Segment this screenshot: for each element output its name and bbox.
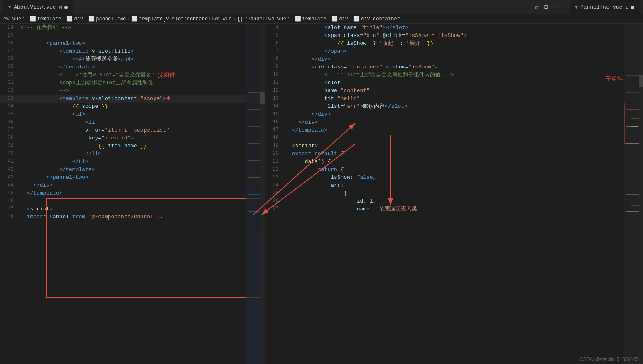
right-line-10: 10 <!--1: slot上绑定自定义属性和子组件内的值 -->: [265, 71, 643, 79]
right-line-26: 26 id: 1,: [265, 197, 643, 205]
right-line-7: 7 </span>: [265, 47, 643, 55]
tab-right-modified: [631, 6, 634, 9]
tab-left-modified: [64, 6, 68, 9]
vue-icon-right: ▼: [575, 5, 578, 10]
right-line-11: 11 <slot: [265, 79, 643, 87]
scrollbar-right[interactable]: [639, 24, 643, 364]
right-line-18: 18: [265, 134, 643, 142]
line-25: 25: [0, 32, 265, 39]
scrollbar-thumb-left[interactable]: [260, 92, 265, 104]
right-line-25: 25 {: [265, 189, 643, 197]
line-24: 24 <!-- 作为按钮 -->: [0, 24, 265, 32]
code-area-left[interactable]: 24 <!-- 作为按钮 --> 25 26 <pannel-two> 27 <…: [0, 24, 265, 364]
right-line-22: 22 return {: [265, 166, 643, 173]
right-line-20: 20 export default {: [265, 150, 643, 158]
breadcrumb-item-file: ew.vue": [3, 16, 24, 22]
line-32: 32 -->: [0, 87, 265, 95]
line-43: 43 </pannel-two>: [0, 173, 265, 181]
right-line-23: 23 isShow: false,: [265, 173, 643, 181]
tab-pannel-two[interactable]: ▼ PannelTwo.vue U: [570, 0, 640, 15]
line-30: 30 <!-- 2:使用v-slot="自定义变量名": [0, 71, 265, 79]
right-line-4: 4 <slot name="title"></slot>: [265, 24, 643, 32]
tab-right-badge: U: [626, 5, 628, 10]
editor-container: 24 <!-- 作为按钮 --> 25 26 <pannel-two> 27 <…: [0, 24, 643, 364]
action-source-control[interactable]: ⇄: [535, 3, 538, 11]
right-line-5: 5 <span class="btn" @click="isShow = !is…: [265, 32, 643, 39]
tab-left-name: AboutView.vue: [14, 4, 56, 10]
line-40: 40 </li>: [0, 150, 265, 158]
line-35: 35 <ul>: [0, 110, 265, 118]
tab-left-badge: M: [59, 5, 62, 10]
line-44: 44 </div>: [0, 181, 265, 189]
scrollbar-left[interactable]: [260, 24, 265, 364]
right-line-16: 16 </div>: [265, 118, 643, 126]
right-line-15: 15 </div>: [265, 110, 643, 118]
line-45: 45 </template>: [0, 189, 265, 197]
tab-bar: ▼ AboutView.vue M ⇄ ⊟ ··· ▼ PannelTwo.vu…: [0, 0, 643, 15]
line-33: 33 <template v-slot:content="scope">✱: [0, 95, 265, 103]
scrollbar-thumb-right[interactable]: [639, 75, 643, 87]
annotation-child: 子组件: [606, 76, 623, 83]
editor-right: 4 <slot name="title"></slot> 5 <span cla…: [265, 24, 643, 364]
line-39: 39 {{ item.name }}: [0, 142, 265, 150]
line-38: 38 :key="item.id">: [0, 134, 265, 142]
right-line-13: 13 tit="hello": [265, 95, 643, 103]
line-26: 26 <pannel-two>: [0, 39, 265, 47]
line-41: 41 </ul>: [0, 158, 265, 166]
right-line-9: 9 <div class="container" v-show="isShow"…: [265, 63, 643, 71]
line-46: 46: [0, 197, 265, 205]
right-line-19: 19 <script>: [265, 142, 643, 150]
line-47: 47 <script>: [0, 205, 265, 213]
line-48: 48 import Pannel from '@/components/Pann…: [0, 213, 265, 221]
right-line-14: 14 :list="arr">默认内容</slot>: [265, 103, 643, 110]
watermark: CSDN @weixin_51339105: [579, 357, 639, 362]
right-line-27: 27 name: '笔雨连江夜入吴...: [265, 205, 643, 213]
tab-right-name: PannelTwo.vue: [580, 4, 622, 10]
line-28: 28 <h4>芙蓉楼送辛渐</h4>: [0, 55, 265, 63]
right-line-6: 6 {{ isShow ? '收起' : '展开' }}: [265, 39, 643, 47]
breadcrumb-template[interactable]: template: [37, 16, 61, 22]
line-34: 34 {{ scope }}: [0, 103, 265, 110]
line-29: 29 </template>: [0, 63, 265, 71]
code-area-right[interactable]: 4 <slot name="title"></slot> 5 <span cla…: [265, 24, 643, 364]
action-more[interactable]: ···: [554, 4, 565, 11]
line-37: 37 v-for="item in scope.list": [0, 126, 265, 134]
line-31: 31 scope上自动绑定slot上所有属性和值: [0, 79, 265, 87]
right-line-8: 8 </div>: [265, 55, 643, 63]
vue-icon-left: ▼: [8, 5, 11, 10]
tab-about-view[interactable]: ▼ AboutView.vue M: [3, 0, 73, 15]
breadcrumb: ew.vue" › ⬜ template › ⬜ div › ⬜ pannel-…: [0, 15, 643, 24]
right-line-12: 12 name="content": [265, 87, 643, 95]
annotation-father: 父组件: [158, 71, 175, 79]
right-line-21: 21 data() {: [265, 158, 643, 166]
right-line-17: 17 </template>: [265, 126, 643, 134]
editor-left: 24 <!-- 作为按钮 --> 25 26 <pannel-two> 27 <…: [0, 24, 265, 364]
line-42: 42 </template>: [0, 166, 265, 173]
line-36: 36 <li: [0, 118, 265, 126]
action-split[interactable]: ⊟: [544, 3, 548, 11]
right-line-24: 24 arr: [: [265, 181, 643, 189]
line-27: 27 <template v-slot:title>: [0, 47, 265, 55]
